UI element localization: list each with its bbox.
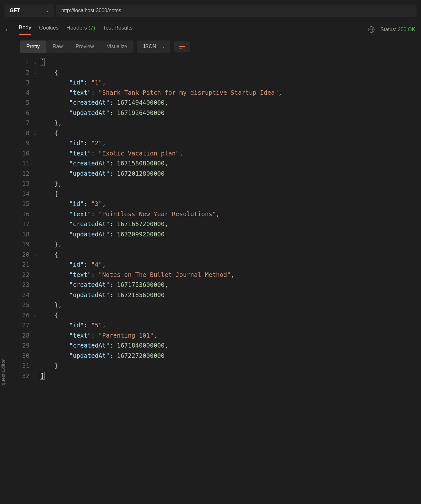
line-number: 22 [20, 270, 32, 280]
code-line: 23 "createdAt": 1671753600000, [20, 280, 421, 290]
globe-icon[interactable] [368, 26, 374, 33]
line-content: "text": "Exotic Vacation plan", [39, 148, 183, 159]
line-content: [ [39, 57, 45, 67]
code-line: 7 }, [20, 118, 421, 128]
view-tab-pretty[interactable]: Pretty [20, 40, 46, 53]
view-mode-tabs: Pretty Raw Preview Visualize [20, 40, 133, 53]
fold-toggle[interactable]: ⌄ [32, 128, 39, 138]
fold-toggle [32, 371, 39, 381]
fold-toggle[interactable]: ⌄ [32, 57, 39, 67]
tab-cookies[interactable]: Cookies [39, 25, 58, 34]
response-header: › Body Cookies Headers (7) Test Results … [0, 21, 421, 35]
tab-test-results[interactable]: Test Results [103, 25, 133, 34]
line-content: "id": "1", [39, 77, 106, 88]
code-line: 32] [20, 371, 421, 381]
sidebar-label: quest Editor [1, 359, 6, 385]
line-number: 10 [20, 148, 32, 159]
fold-toggle[interactable]: ⌄ [32, 67, 39, 78]
line-number: 18 [20, 229, 32, 240]
line-number: 31 [20, 361, 32, 371]
line-number: 29 [20, 340, 32, 351]
view-tab-raw[interactable]: Raw [46, 40, 69, 53]
line-number: 15 [20, 199, 32, 209]
code-line: 1⌄[ [20, 57, 421, 67]
code-line: 13 }, [20, 179, 421, 189]
fold-toggle [32, 108, 39, 118]
code-line: 14⌄ { [20, 189, 421, 199]
fold-toggle [32, 320, 39, 331]
line-content: "text": "Parenting 101", [39, 331, 157, 341]
code-line: 30 "updatedAt": 1672272000000 [20, 351, 421, 361]
http-method-select[interactable]: GET ⌄ [4, 4, 54, 17]
fold-toggle[interactable]: ⌄ [32, 250, 39, 260]
line-number: 32 [20, 371, 32, 381]
code-line: 9 "id": "2", [20, 138, 421, 148]
line-content: { [39, 67, 58, 78]
fold-toggle[interactable]: ⌄ [32, 189, 39, 199]
status-label: Status: 200 OK [380, 27, 415, 32]
fold-toggle [32, 209, 39, 219]
line-content: }, [39, 118, 62, 128]
line-number: 16 [20, 209, 32, 219]
code-line: 3 "id": "1", [20, 77, 421, 88]
code-line: 10 "text": "Exotic Vacation plan", [20, 148, 421, 159]
line-number: 17 [20, 219, 32, 229]
line-content: "text": "Pointless New Year Resolutions"… [39, 209, 220, 219]
wrap-icon [179, 44, 185, 49]
view-tab-preview[interactable]: Preview [69, 40, 100, 53]
line-number: 27 [20, 320, 32, 331]
line-number: 4 [20, 88, 32, 98]
line-content: "createdAt": 1671753600000, [39, 280, 168, 290]
line-content: { [39, 250, 58, 260]
line-number: 1 [20, 57, 32, 67]
fold-toggle[interactable]: ⌄ [32, 310, 39, 321]
line-number: 19 [20, 239, 32, 250]
line-number: 24 [20, 290, 32, 300]
line-content: { [39, 189, 58, 199]
code-line: 20⌄ { [20, 250, 421, 260]
wrap-toggle-button[interactable] [174, 41, 190, 52]
fold-toggle [32, 351, 39, 361]
code-line: 19 }, [20, 239, 421, 250]
code-line: 27 "id": "5", [20, 320, 421, 331]
viewer-controls: Pretty Raw Preview Visualize JSON ⌄ [0, 35, 421, 57]
line-number: 28 [20, 331, 32, 341]
response-body-viewer[interactable]: 1⌄[2⌄ {3 "id": "1",4 "text": "Shark-Tank… [0, 57, 421, 381]
code-line: 21 "id": "4", [20, 260, 421, 270]
code-line: 29 "createdAt": 1671840000000, [20, 340, 421, 351]
line-number: 6 [20, 108, 32, 118]
code-line: 28 "text": "Parenting 101", [20, 331, 421, 341]
view-tab-visualize[interactable]: Visualize [100, 40, 134, 53]
code-line: 24 "updatedAt": 1672185600000 [20, 290, 421, 300]
response-meta: Status: 200 OK [368, 26, 415, 33]
line-number: 3 [20, 77, 32, 88]
code-line: 4 "text": "Shark-Tank Pitch for my disru… [20, 88, 421, 98]
line-content: "text": "Notes on The Bullet Journal Met… [39, 270, 234, 280]
fold-toggle [32, 148, 39, 159]
line-content: }, [39, 179, 62, 189]
code-line: 22 "text": "Notes on The Bullet Journal … [20, 270, 421, 280]
line-content: "updatedAt": 1671926400000 [39, 108, 165, 118]
line-number: 2 [20, 67, 32, 78]
line-content: "updatedAt": 1672272000000 [39, 351, 165, 361]
url-input[interactable] [56, 4, 417, 17]
fold-toggle [32, 88, 39, 98]
format-select[interactable]: JSON ⌄ [137, 40, 170, 53]
line-number: 5 [20, 98, 32, 108]
tab-body[interactable]: Body [19, 24, 31, 35]
tab-headers[interactable]: Headers (7) [66, 25, 95, 34]
code-line: 31 } [20, 361, 421, 371]
line-number: 14 [20, 189, 32, 199]
line-number: 26 [20, 310, 32, 321]
line-number: 7 [20, 118, 32, 128]
line-number: 30 [20, 351, 32, 361]
response-tabs: › Body Cookies Headers (7) Test Results [6, 24, 133, 35]
code-line: 18 "updatedAt": 1672099200000 [20, 229, 421, 240]
line-number: 25 [20, 300, 32, 310]
fold-toggle [32, 169, 39, 179]
chevron-right-icon[interactable]: › [6, 27, 7, 32]
line-content: } [39, 361, 58, 371]
line-number: 8 [20, 128, 32, 138]
fold-toggle [32, 219, 39, 229]
code-line: 6 "updatedAt": 1671926400000 [20, 108, 421, 118]
